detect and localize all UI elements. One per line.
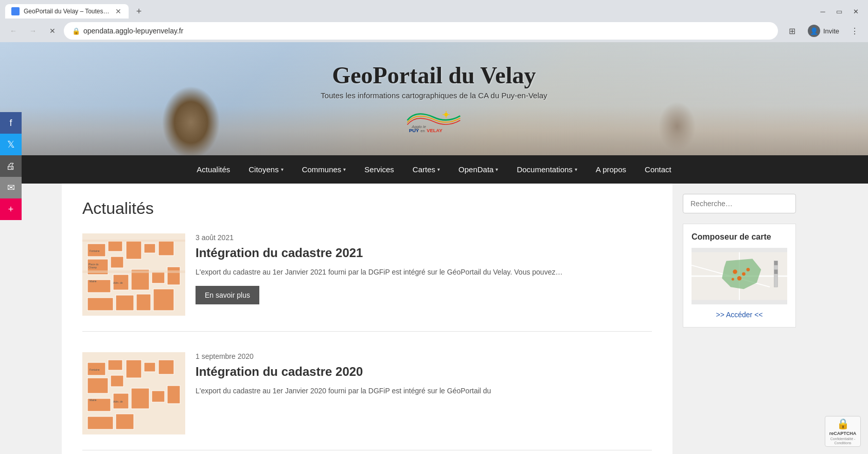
site-header: GeoPortail du Velay Toutes les informati… (0, 42, 868, 155)
facebook-icon: f (9, 118, 12, 129)
forward-button[interactable]: → (25, 23, 41, 39)
sidebar: Composeur de carte (672, 184, 806, 454)
url-text: opendata.agglo-lepuyenvelay.fr (83, 27, 770, 35)
svg-rect-40 (158, 360, 174, 374)
nav-item-communes: Communes ▾ (293, 156, 356, 183)
svg-point-60 (747, 268, 750, 271)
article-thumbnail-1: Fontaine Place du Champ Mairie Adm. de (82, 233, 185, 316)
svg-text:Mairie: Mairie (90, 398, 97, 402)
read-more-button-1[interactable]: En savoir plus (196, 286, 259, 304)
minimize-button[interactable]: ─ (816, 4, 830, 19)
search-input[interactable] (683, 194, 796, 213)
nav-link-cartes[interactable]: Cartes ▾ (403, 156, 449, 183)
nav-item-services: Services (355, 156, 403, 183)
nav-label-apropos: A propos (596, 165, 626, 174)
agglo-logo: Agglo le PUY en VELAY (403, 105, 465, 136)
lock-icon: 🔒 (72, 27, 80, 35)
svg-rect-14 (126, 241, 141, 259)
more-share-button[interactable]: + (0, 198, 22, 220)
profile-button[interactable]: 👤 Invite (803, 23, 844, 39)
svg-rect-25 (153, 289, 174, 311)
nav-item-actualites: Actualités (187, 156, 239, 183)
site-title: GeoPortail du Velay (321, 62, 547, 89)
svg-rect-16 (158, 241, 174, 256)
nav-label-actualites: Actualités (197, 165, 230, 174)
svg-rect-62 (774, 261, 778, 265)
svg-rect-43 (131, 388, 149, 409)
extensions-button[interactable]: ⊞ (784, 23, 801, 39)
close-window-button[interactable]: ✕ (848, 4, 863, 19)
svg-text:Fontaine: Fontaine (90, 368, 100, 371)
nav-item-documentations: Documentations ▾ (507, 156, 586, 183)
article-title-1: Intégration du cadastre 2021 (196, 246, 652, 260)
nav-link-contact[interactable]: Contact (635, 156, 681, 183)
nav-link-communes[interactable]: Communes ▾ (293, 156, 356, 183)
nav-label-services: Services (364, 165, 394, 174)
twitter-button[interactable]: 𝕏 (0, 134, 22, 155)
nav-label-cartes: Cartes (413, 165, 435, 174)
svg-rect-22 (87, 298, 113, 311)
content-wrapper: Actualités (0, 184, 868, 454)
email-button[interactable]: ✉ (0, 177, 22, 198)
svg-rect-13 (111, 257, 123, 268)
nav-item-contact: Contact (635, 156, 681, 183)
svg-rect-37 (111, 375, 123, 387)
address-bar[interactable]: 🔒 opendata.agglo-lepuyenvelay.fr (64, 22, 778, 40)
maximize-button[interactable]: ▭ (832, 4, 846, 19)
svg-rect-15 (144, 244, 155, 253)
cadastre-svg-2: Fontaine Mairie Adm. de (82, 352, 185, 434)
chevron-down-icon-5: ▾ (575, 167, 577, 172)
svg-point-59 (732, 278, 734, 280)
nav-link-actualites[interactable]: Actualités (187, 156, 239, 183)
tab-favicon (11, 7, 20, 15)
menu-button[interactable]: ⋮ (846, 23, 863, 39)
nav-link-opendata[interactable]: OpenData ▾ (449, 156, 507, 183)
nav-label-communes: Communes (302, 165, 342, 174)
reload-button[interactable]: ✕ (44, 23, 61, 39)
recaptcha-label: reCAPTCHA (829, 431, 857, 436)
nav-link-documentations[interactable]: Documentations ▾ (507, 156, 586, 183)
chevron-down-icon: ▾ (281, 167, 284, 172)
browser-chrome: GeoPortail du Velay – Toutes les ✕ + ─ ▭… (0, 0, 868, 42)
map-access-link[interactable]: >> Accéder << (692, 311, 787, 319)
header-content: GeoPortail du Velay Toutes les informati… (321, 62, 547, 136)
nav-link-services[interactable]: Services (355, 156, 403, 183)
site-wrapper: GeoPortail du Velay Toutes les informati… (0, 42, 868, 454)
svg-text:en: en (421, 129, 426, 133)
browser-actions: ⊞ 👤 Invite ⋮ (784, 23, 863, 39)
close-tab-button[interactable]: ✕ (114, 7, 122, 15)
recaptcha-badge: 🔒 reCAPTCHA Confidentialité - Conditions (825, 416, 861, 447)
search-widget (683, 194, 796, 213)
nav-label-opendata: OpenData (458, 165, 493, 174)
recaptcha-sub: Confidentialité - Conditions (825, 437, 860, 446)
print-icon: 🖨 (6, 161, 15, 172)
new-tab-button[interactable]: + (132, 4, 146, 19)
nav-bar: ← → ✕ 🔒 opendata.agglo-lepuyenvelay.fr ⊞… (0, 20, 868, 42)
svg-text:PUY: PUY (409, 128, 419, 133)
page-outer: Actualités (0, 184, 868, 454)
map-preview (692, 248, 787, 304)
chevron-down-icon-2: ▾ (343, 167, 346, 172)
article-item: Fontaine Place du Champ Mairie Adm. de 3… (82, 233, 652, 332)
svg-rect-20 (152, 272, 165, 283)
facebook-button[interactable]: f (0, 112, 22, 134)
nav-item-apropos: A propos (587, 156, 635, 183)
svg-rect-26 (82, 240, 185, 242)
cadastre-svg-1: Fontaine Place du Champ Mairie Adm. de (82, 233, 185, 316)
svg-rect-39 (144, 362, 155, 372)
browser-tab[interactable]: GeoPortail du Velay – Toutes les ✕ (5, 4, 129, 19)
nav-link-citoyens[interactable]: Citoyens ▾ (239, 156, 292, 183)
back-button[interactable]: ← (5, 23, 22, 39)
tab-title: GeoPortail du Velay – Toutes les (24, 8, 110, 15)
nav-item-citoyens: Citoyens ▾ (239, 156, 292, 183)
svg-rect-24 (136, 294, 151, 311)
content-area: Actualités (62, 184, 672, 454)
title-bar: GeoPortail du Velay – Toutes les ✕ + ─ ▭… (0, 0, 868, 20)
map-widget-title: Composeur de carte (692, 232, 787, 242)
article-date-1: 3 août 2021 (196, 233, 652, 242)
svg-text:Fontaine: Fontaine (90, 249, 100, 252)
nav-link-apropos[interactable]: A propos (587, 156, 635, 183)
svg-text:Adm. de: Adm. de (113, 281, 123, 284)
svg-point-57 (742, 272, 746, 276)
print-button[interactable]: 🖨 (0, 155, 22, 177)
